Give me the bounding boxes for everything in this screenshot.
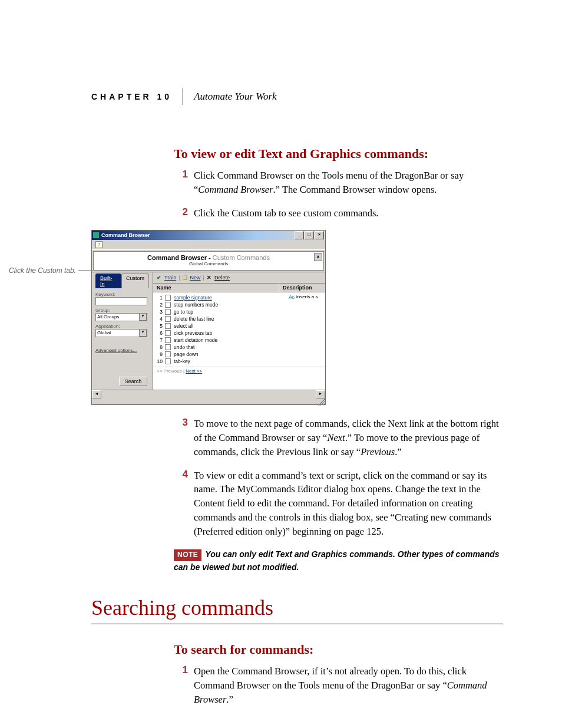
col-name-header[interactable]: Name	[153, 284, 279, 292]
toolbar: ✔Train | ❏New | ✕Delete	[153, 272, 325, 284]
app-icon	[93, 232, 99, 238]
row-name: stop numbers mode	[174, 301, 218, 308]
row-checkbox[interactable]	[165, 302, 171, 308]
list-item[interactable]: 7start dictation mode	[156, 337, 285, 344]
list-item[interactable]: 8undo that	[156, 344, 285, 351]
pager-next[interactable]: Next >>	[186, 368, 202, 374]
text-graphics-icon: Ab	[289, 294, 295, 300]
list-item[interactable]: 6click previous tab	[156, 330, 285, 337]
search-button[interactable]: Search	[119, 377, 147, 386]
window-title: Command Browser	[101, 232, 150, 238]
step-1b: 1 Open the Command Browser, if it’s not …	[174, 664, 503, 707]
new-icon: ❏	[183, 275, 188, 280]
group-value: All Groups	[97, 314, 119, 319]
row-name: page down	[174, 351, 199, 358]
menubar: ?	[92, 240, 325, 250]
row-index: 4	[156, 315, 163, 322]
train-link[interactable]: Train	[164, 275, 176, 281]
application-label: Application:	[95, 324, 149, 329]
list-item[interactable]: 4delete the last line	[156, 315, 285, 322]
step-body: Open the Command Browser, if it’s not al…	[194, 664, 503, 707]
banner: ▲ Command Browser - Custom Commands Glob…	[93, 251, 324, 271]
train-icon: ✔	[157, 275, 162, 280]
step-body: Click Command Browser on the Tools menu …	[194, 169, 503, 197]
banner-title-bold: Command Browser -	[147, 254, 213, 261]
row-checkbox[interactable]	[165, 351, 171, 357]
row-name: start dictation mode	[174, 337, 217, 344]
step-number: 1	[174, 664, 194, 707]
step-body: To move to the next page of commands, cl…	[194, 417, 503, 459]
row-name: undo that	[174, 344, 194, 351]
running-header: CHAPTER 10 Automate Your Work	[91, 88, 503, 105]
new-link[interactable]: New	[190, 275, 201, 281]
row-checkbox[interactable]	[165, 358, 171, 364]
note: NOTEYou can only edit Text and Graphics …	[174, 548, 503, 573]
help-icon[interactable]: ?	[95, 241, 103, 248]
row-checkbox[interactable]	[165, 309, 171, 315]
tab-built-in[interactable]: Built-In	[95, 274, 121, 288]
step-number: 1	[174, 169, 194, 197]
chapter-label: CHAPTER 10	[91, 92, 172, 101]
delete-link[interactable]: Delete	[214, 275, 230, 281]
delete-icon: ✕	[207, 275, 212, 280]
pager: << Previous | Next >>	[153, 367, 325, 375]
heading-searching-commands: Searching commands	[91, 595, 503, 620]
desc-text: inserts a s	[296, 294, 318, 299]
horizontal-scrollbar[interactable]: ◄ ►	[92, 390, 325, 398]
keyword-input[interactable]	[95, 297, 147, 305]
scroll-left-icon[interactable]: ◄	[92, 390, 101, 398]
step-3: 3 To move to the next page of commands, …	[174, 417, 503, 459]
row-name[interactable]: sample signature	[174, 294, 212, 301]
list-item[interactable]: 3go to top	[156, 308, 285, 315]
header-separator	[183, 88, 183, 105]
maximize-button[interactable]: □	[305, 231, 314, 239]
row-index: 10	[156, 358, 163, 365]
close-button[interactable]: ×	[315, 231, 324, 239]
group-label: Group:	[95, 308, 149, 313]
row-index: 5	[156, 322, 163, 330]
window-titlebar[interactable]: Command Browser _ □ ×	[92, 230, 325, 240]
banner-subtitle: Global Commands	[97, 261, 320, 266]
step-number: 2	[174, 206, 194, 220]
application-select[interactable]: Global▼	[95, 329, 147, 337]
row-index: 3	[156, 308, 163, 315]
step-2: 2 Click the Custom tab to see custom com…	[174, 206, 503, 220]
advanced-options-link[interactable]: Advanced options...	[95, 348, 137, 353]
list-item[interactable]: 2stop numbers mode	[156, 301, 285, 308]
column-headers: Name Description	[153, 284, 325, 292]
row-name: tab-key	[174, 358, 190, 365]
row-index: 2	[156, 301, 163, 308]
tab-custom[interactable]: Custom	[121, 274, 149, 288]
row-checkbox[interactable]	[165, 337, 171, 343]
resize-grip-icon[interactable]	[318, 398, 325, 406]
row-name: go to top	[174, 308, 193, 315]
list-item[interactable]: 10tab-key	[156, 358, 285, 365]
list-item[interactable]: 9page down	[156, 351, 285, 358]
application-value: Global	[97, 330, 111, 335]
list-item[interactable]: 5select all	[156, 322, 285, 330]
right-panel: ✔Train | ❏New | ✕Delete Name Description…	[153, 272, 325, 390]
group-select[interactable]: All Groups▼	[95, 313, 147, 321]
chevron-down-icon[interactable]: ▼	[139, 313, 147, 321]
step-body: Click the Custom tab to see custom comma…	[194, 206, 378, 220]
note-text: You can only edit Text and Graphics comm…	[174, 549, 500, 571]
callout-label: Click the Custom tab.	[9, 266, 76, 275]
col-desc-header[interactable]: Description	[279, 284, 325, 292]
row-checkbox[interactable]	[165, 344, 171, 350]
chapter-title: Automate Your Work	[194, 91, 276, 103]
row-checkbox[interactable]	[165, 323, 171, 329]
row-index: 8	[156, 344, 163, 351]
list-item[interactable]: 1sample signature	[156, 294, 285, 301]
row-checkbox[interactable]	[165, 295, 171, 301]
row-index: 7	[156, 337, 163, 344]
scroll-right-icon[interactable]: ►	[316, 390, 325, 398]
row-checkbox[interactable]	[165, 330, 171, 336]
left-panel: Built-In Custom Keyword: Group: All Grou…	[92, 272, 153, 390]
banner-title-gray: Custom Commands	[213, 254, 270, 261]
row-name: select all	[174, 322, 193, 330]
minimize-button[interactable]: _	[295, 231, 304, 239]
row-checkbox[interactable]	[165, 316, 171, 322]
scroll-up-icon[interactable]: ▲	[314, 253, 322, 261]
chevron-down-icon[interactable]: ▼	[139, 329, 147, 337]
step-number: 4	[174, 469, 194, 539]
